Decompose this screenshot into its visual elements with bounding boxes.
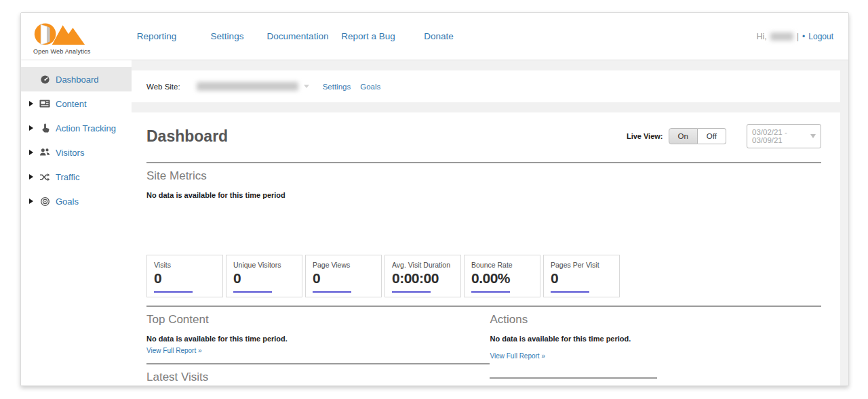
actions-view-full-report-link[interactable]: View Full Report »	[490, 352, 545, 360]
live-view-on-button[interactable]: On	[669, 128, 698, 144]
panel-header-controls: Live View: On Off 03/02/21 - 03/09/21	[627, 124, 821, 148]
site-selector-bar: Web Site: Settings Goals	[132, 70, 840, 102]
sidebar-item-content[interactable]: Content	[21, 91, 132, 116]
owa-logo-icon	[33, 18, 116, 48]
metric-value: 0.00%	[471, 270, 537, 287]
sidebar-item-action-tracking[interactable]: Action Tracking	[21, 116, 132, 140]
sidebar-label: Content	[56, 99, 87, 109]
site-select-caret-icon[interactable]	[304, 85, 309, 88]
brand-name: Open Web Analytics	[33, 48, 116, 55]
user-greeting: Hi,	[757, 32, 767, 41]
app-window: Open Web Analytics Reporting Settings Do…	[20, 12, 849, 386]
metric-value: 0	[154, 270, 220, 287]
user-area: Hi, | • Logout	[757, 32, 833, 41]
metric-label: Unique Visitors	[233, 261, 299, 269]
actions-title: Actions	[490, 313, 821, 327]
nav-donate[interactable]: Donate	[403, 31, 474, 41]
live-view-label: Live View:	[627, 132, 663, 140]
top-nav: Reporting Settings Documentation Report …	[121, 31, 474, 41]
metric-card-avg-visit-duration: Avg. Visit Duration 0:00:00	[384, 255, 461, 297]
divider	[490, 377, 657, 379]
expand-caret-icon[interactable]	[29, 174, 39, 180]
site-metrics-title: Site Metrics	[146, 169, 821, 183]
right-column: Actions No data is available for this ti…	[490, 306, 821, 385]
metric-label: Avg. Visit Duration	[392, 261, 458, 269]
page-title: Dashboard	[146, 127, 228, 146]
date-range-value: 03/02/21 - 03/09/21	[752, 128, 810, 144]
shuffle-icon	[39, 171, 51, 182]
sparkline	[392, 291, 431, 293]
top-content-title: Top Content	[146, 313, 490, 327]
metric-value: 0	[233, 270, 299, 287]
sidebar-item-visitors[interactable]: Visitors	[21, 140, 132, 165]
nav-settings[interactable]: Settings	[192, 31, 262, 41]
redacted-site-name-select[interactable]	[197, 82, 298, 91]
nav-reporting[interactable]: Reporting	[121, 31, 192, 41]
visitor-types-title: Visitor Types	[490, 385, 821, 385]
metric-value: 0:00:00	[392, 270, 458, 287]
logout-bullet-icon: •	[802, 32, 805, 41]
metric-label: Bounce Rate	[471, 261, 537, 269]
report-columns: Top Content No data is available for thi…	[146, 306, 821, 385]
web-site-label: Web Site:	[146, 83, 180, 91]
sidebar-item-dashboard[interactable]: Dashboard	[21, 67, 132, 91]
latest-visits-title: Latest Visits	[146, 371, 490, 384]
bullseye-icon	[39, 196, 51, 207]
metric-card-bounce-rate: Bounce Rate 0.00%	[464, 255, 540, 297]
top-content-view-full-report-link[interactable]: View Full Report »	[146, 347, 202, 354]
dashboard-panel: Dashboard Live View: On Off 03/02/21 - 0…	[132, 112, 840, 385]
site-links: Settings Goals	[323, 83, 381, 91]
sidebar-item-traffic[interactable]: Traffic	[21, 165, 132, 189]
main-content: Web Site: Settings Goals Dashboard Live …	[132, 60, 848, 385]
sparkline	[471, 291, 510, 293]
expand-caret-icon[interactable]	[29, 101, 39, 106]
live-view-off-button[interactable]: Off	[698, 128, 726, 144]
expand-caret-icon[interactable]	[29, 198, 39, 204]
metric-label: Pages Per Visit	[551, 261, 616, 269]
date-range-select[interactable]: 03/02/21 - 03/09/21	[747, 124, 821, 148]
redacted-username	[770, 33, 793, 41]
metric-label: Visits	[154, 261, 220, 269]
metric-card-page-views: Page Views 0	[305, 255, 382, 297]
sidebar: Dashboard Content	[21, 60, 132, 385]
owa-logo: Open Web Analytics	[33, 18, 116, 55]
sidebar-label: Visitors	[56, 148, 84, 158]
divider	[146, 306, 490, 307]
top-header: Open Web Analytics Reporting Settings Do…	[21, 13, 848, 60]
top-content-empty-message: No data is available for this time perio…	[146, 335, 490, 343]
site-settings-link[interactable]: Settings	[323, 83, 351, 91]
sidebar-label: Traffic	[56, 172, 79, 182]
site-metrics-empty-message: No data is available for this time perio…	[146, 191, 821, 199]
metric-value: 0	[551, 270, 616, 287]
metric-label: Page Views	[313, 261, 378, 269]
metric-value: 0	[313, 270, 378, 287]
sidebar-label: Dashboard	[56, 75, 99, 85]
gauge-icon	[39, 74, 51, 85]
divider	[146, 363, 490, 364]
left-column: Top Content No data is available for thi…	[146, 306, 490, 385]
sparkline	[154, 291, 193, 293]
sparkline	[233, 291, 272, 293]
sparkline	[313, 291, 351, 293]
metric-card-visits: Visits 0	[146, 255, 223, 297]
user-separator: |	[797, 32, 799, 41]
divider	[490, 306, 821, 307]
expand-caret-icon[interactable]	[29, 125, 39, 131]
metrics-summary-row: Visits 0 Unique Visitors 0 Page Views 0	[146, 255, 821, 297]
divider	[146, 162, 821, 163]
sparkline	[551, 291, 589, 293]
nav-report-a-bug[interactable]: Report a Bug	[333, 31, 403, 41]
sidebar-label: Goals	[56, 196, 79, 207]
sidebar-label: Action Tracking	[56, 123, 116, 133]
body-row: Dashboard Content	[21, 60, 848, 385]
sidebar-item-goals[interactable]: Goals	[21, 189, 132, 213]
hand-pointer-icon	[39, 123, 51, 133]
logout-link[interactable]: Logout	[808, 32, 833, 41]
expand-caret-icon[interactable]	[29, 150, 39, 155]
newspaper-icon	[39, 98, 51, 109]
users-icon	[39, 147, 51, 158]
nav-documentation[interactable]: Documentation	[262, 31, 333, 41]
metric-card-pages-per-visit: Pages Per Visit 0	[543, 255, 620, 297]
metric-card-unique-visitors: Unique Visitors 0	[226, 255, 302, 297]
site-goals-link[interactable]: Goals	[360, 83, 380, 91]
